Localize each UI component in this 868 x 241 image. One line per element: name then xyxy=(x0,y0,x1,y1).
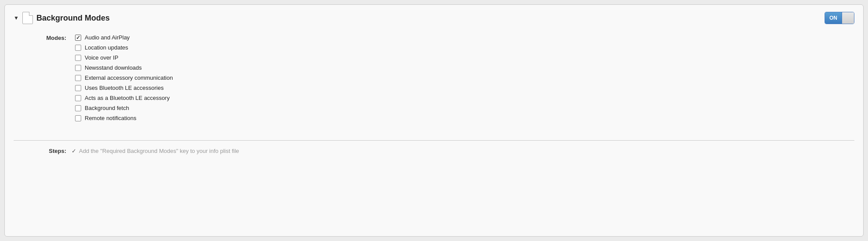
checkbox-item-voice-over-ip: Voice over IP xyxy=(75,53,173,62)
steps-checkmark-icon: ✓ xyxy=(72,148,76,154)
checkbox-label-remote-notifications: Remote notifications xyxy=(85,115,136,121)
steps-section: Steps: ✓ Add the "Required Background Mo… xyxy=(14,148,854,154)
checkbox-item-audio-airplay: Audio and AirPlay xyxy=(75,33,173,42)
checkbox-voice-over-ip[interactable] xyxy=(75,55,81,61)
checkbox-bluetooth-le-accessories[interactable] xyxy=(75,85,81,91)
checkboxes-list: Audio and AirPlayLocation updatesVoice o… xyxy=(75,33,173,123)
toggle-on-label[interactable]: ON xyxy=(825,12,842,24)
checkbox-item-bluetooth-le-accessories: Uses Bluetooth LE accessories xyxy=(75,83,173,92)
panel-title: Background Modes xyxy=(36,14,110,23)
checkbox-item-location-updates: Location updates xyxy=(75,43,173,52)
modes-section: Modes: Audio and AirPlayLocation updates… xyxy=(40,33,854,123)
checkbox-external-accessory[interactable] xyxy=(75,75,81,81)
header-left: ▼ Background Modes xyxy=(14,12,110,24)
checkbox-label-newsstand-downloads: Newsstand downloads xyxy=(85,64,142,71)
chevron-icon[interactable]: ▼ xyxy=(14,15,19,21)
toggle-button[interactable]: ON xyxy=(825,12,854,24)
checkbox-audio-airplay[interactable] xyxy=(75,35,81,41)
steps-label: Steps: xyxy=(40,148,66,154)
checkbox-item-newsstand-downloads: Newsstand downloads xyxy=(75,63,173,72)
checkbox-item-remote-notifications: Remote notifications xyxy=(75,113,173,123)
checkbox-label-background-fetch: Background fetch xyxy=(85,105,129,111)
checkbox-label-voice-over-ip: Voice over IP xyxy=(85,54,118,61)
checkbox-bluetooth-le-accessory[interactable] xyxy=(75,95,81,101)
background-modes-panel: ▼ Background Modes ON Modes: Audio and A… xyxy=(4,4,864,237)
checkbox-item-background-fetch: Background fetch xyxy=(75,103,173,113)
document-icon xyxy=(22,12,33,24)
steps-content: ✓ Add the "Required Background Modes" ke… xyxy=(72,148,239,154)
checkbox-newsstand-downloads[interactable] xyxy=(75,65,81,71)
checkbox-item-external-accessory: External accessory communication xyxy=(75,73,173,82)
checkbox-label-external-accessory: External accessory communication xyxy=(85,74,173,81)
checkbox-background-fetch[interactable] xyxy=(75,105,81,111)
checkbox-label-location-updates: Location updates xyxy=(85,44,128,51)
steps-text: Add the "Required Background Modes" key … xyxy=(79,148,239,154)
content-area: Modes: Audio and AirPlayLocation updates… xyxy=(14,33,854,136)
panel-header: ▼ Background Modes ON xyxy=(14,12,854,24)
checkbox-item-bluetooth-le-accessory: Acts as a Bluetooth LE accessory xyxy=(75,93,173,103)
checkbox-label-bluetooth-le-accessory: Acts as a Bluetooth LE accessory xyxy=(85,95,170,101)
modes-label: Modes: xyxy=(40,33,66,123)
checkbox-remote-notifications[interactable] xyxy=(75,115,81,121)
checkbox-location-updates[interactable] xyxy=(75,45,81,51)
checkbox-label-bluetooth-le-accessories: Uses Bluetooth LE accessories xyxy=(85,85,164,91)
toggle-off-area[interactable] xyxy=(842,12,854,24)
divider xyxy=(14,140,854,141)
checkbox-label-audio-airplay: Audio and AirPlay xyxy=(85,34,130,41)
